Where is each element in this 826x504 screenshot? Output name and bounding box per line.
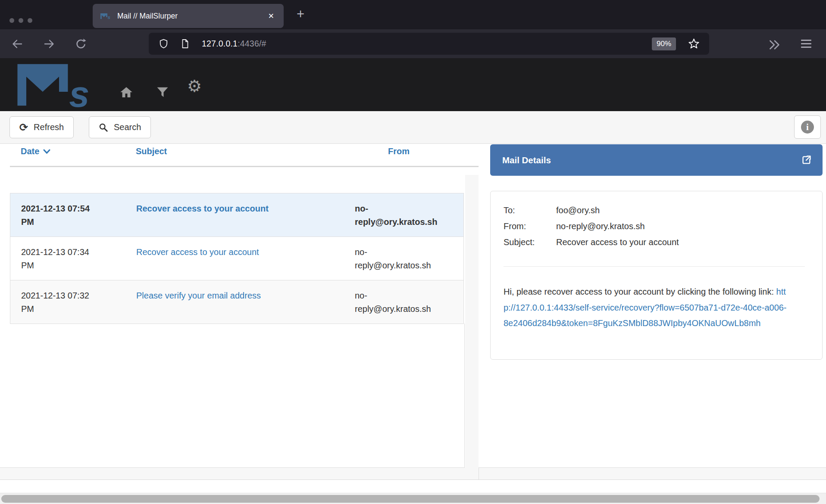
back-icon[interactable] bbox=[11, 38, 23, 50]
mail-row[interactable]: 2021-12-13 07:54 PM Recover access to yo… bbox=[10, 193, 463, 237]
info-icon: i bbox=[801, 121, 814, 134]
window-control-dot[interactable] bbox=[9, 18, 14, 23]
window-controls[interactable] bbox=[9, 18, 32, 23]
left-panel-border bbox=[464, 324, 465, 467]
forward-icon[interactable] bbox=[43, 38, 55, 50]
to-label: To: bbox=[504, 202, 556, 218]
subject-label: Subject: bbox=[504, 234, 556, 250]
mail-list-header: Date Subject From bbox=[10, 146, 479, 167]
menu-hamburger-icon[interactable] bbox=[801, 40, 811, 50]
horizontal-scrollbar bbox=[0, 493, 826, 504]
column-header-from[interactable]: From bbox=[347, 146, 479, 156]
mail-details-card: To: foo@ory.sh From: no-reply@ory.kratos… bbox=[490, 191, 823, 360]
mail-subject-link[interactable]: Recover access to your account bbox=[136, 247, 259, 257]
subject-value: Recover access to your account bbox=[556, 234, 805, 250]
to-value: foo@ory.sh bbox=[556, 202, 805, 218]
mail-row-from: no-reply@ory.kratos.sh bbox=[344, 202, 463, 229]
shield-icon[interactable] bbox=[158, 38, 169, 49]
from-label: From: bbox=[504, 218, 556, 234]
mailslurper-logo[interactable]: s bbox=[14, 60, 103, 109]
mail-row-date: 2021-12-13 07:32 PM bbox=[10, 289, 133, 316]
url-toolbar: 127.0.0.1:4436/# 90% bbox=[0, 29, 826, 58]
browser-tab[interactable]: s Mail // MailSlurper ✕ bbox=[93, 4, 284, 28]
details-divider bbox=[504, 266, 805, 267]
info-button[interactable]: i bbox=[794, 115, 821, 139]
zoom-level-badge[interactable]: 90% bbox=[652, 37, 676, 50]
mail-row-date: 2021-12-13 07:54 PM bbox=[10, 202, 133, 229]
open-external-icon[interactable] bbox=[801, 154, 812, 166]
panel-gutter bbox=[465, 175, 479, 479]
new-tab-button[interactable]: + bbox=[297, 6, 304, 22]
url-host: 127.0.0.1 bbox=[202, 39, 238, 48]
mail-row[interactable]: 2021-12-13 07:32 PM Please verify your e… bbox=[10, 280, 463, 324]
mail-subject-link[interactable]: Recover access to your account bbox=[136, 204, 269, 213]
mail-details-title: Mail Details bbox=[502, 155, 801, 165]
settings-gear-icon[interactable]: ⚙ bbox=[187, 78, 202, 94]
mailslurper-favicon: s bbox=[100, 12, 112, 20]
url-text: 127.0.0.1:4436/# bbox=[202, 39, 266, 49]
mail-row-from: no-reply@ory.kratos.sh bbox=[344, 289, 463, 316]
mail-row[interactable]: 2021-12-13 07:34 PM Recover access to yo… bbox=[10, 237, 463, 280]
mail-list: 2021-12-13 07:54 PM Recover access to yo… bbox=[10, 193, 464, 324]
mail-body: Hi, please recover access to your accoun… bbox=[504, 284, 788, 331]
filter-funnel-icon[interactable] bbox=[156, 86, 169, 99]
tab-close-icon[interactable]: ✕ bbox=[266, 10, 276, 22]
url-port-path: :4436/# bbox=[238, 39, 266, 48]
from-value: no-reply@ory.kratos.sh bbox=[556, 218, 805, 234]
app-navbar: s ⚙ bbox=[0, 58, 826, 111]
column-header-date[interactable]: Date bbox=[10, 146, 132, 156]
refresh-label: Refresh bbox=[34, 122, 64, 132]
tab-title: Mail // MailSlurper bbox=[117, 12, 266, 21]
tab-bar: s Mail // MailSlurper ✕ + bbox=[0, 0, 826, 29]
page-icon[interactable] bbox=[180, 38, 190, 49]
bottom-strip bbox=[0, 468, 826, 480]
horizontal-scrollbar-thumb[interactable] bbox=[1, 495, 820, 503]
search-button[interactable]: Search bbox=[89, 116, 151, 138]
home-icon[interactable] bbox=[120, 86, 133, 99]
window-control-dot[interactable] bbox=[19, 18, 23, 23]
mail-row-from: no-reply@ory.kratos.sh bbox=[344, 246, 463, 272]
reload-icon[interactable] bbox=[75, 38, 87, 50]
mail-body-text: Hi, please recover access to your accoun… bbox=[504, 287, 776, 296]
app-toolbar: ⟳ Refresh Search i bbox=[0, 111, 826, 144]
refresh-button[interactable]: ⟳ Refresh bbox=[9, 116, 74, 138]
browser-window: s Mail // MailSlurper ✕ + 127.0.0.1:4 bbox=[0, 0, 826, 504]
mail-subject-link[interactable]: Please verify your email address bbox=[136, 291, 261, 300]
url-bar[interactable]: 127.0.0.1:4436/# 90% bbox=[149, 33, 709, 55]
panel-divider-line bbox=[479, 468, 479, 479]
search-icon bbox=[99, 123, 108, 132]
overflow-chevrons-icon[interactable] bbox=[769, 39, 781, 51]
svg-text:s: s bbox=[107, 14, 110, 20]
sort-desc-chevron-icon bbox=[43, 149, 50, 154]
window-control-dot[interactable] bbox=[28, 18, 32, 23]
bookmark-star-icon[interactable] bbox=[688, 38, 700, 50]
mail-row-date: 2021-12-13 07:34 PM bbox=[10, 246, 133, 272]
svg-text:s: s bbox=[69, 74, 89, 109]
search-label: Search bbox=[114, 122, 141, 132]
refresh-icon: ⟳ bbox=[19, 122, 28, 133]
column-header-subject[interactable]: Subject bbox=[132, 146, 347, 156]
mail-details-header: Mail Details bbox=[490, 144, 823, 176]
